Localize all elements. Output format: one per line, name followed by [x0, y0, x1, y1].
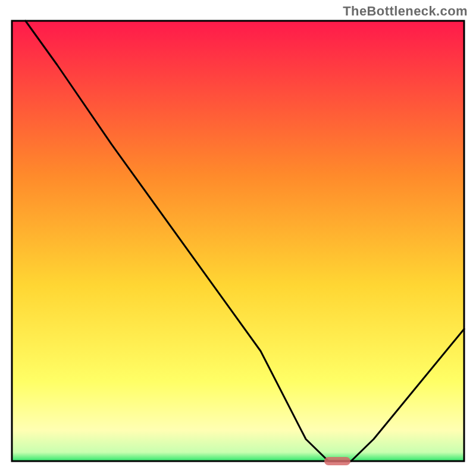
chart-container: TheBottleneck.com	[0, 0, 476, 476]
plot-background	[12, 21, 464, 461]
optimal-marker	[324, 457, 350, 465]
watermark-text: TheBottleneck.com	[343, 4, 468, 19]
chart-svg	[0, 0, 476, 476]
